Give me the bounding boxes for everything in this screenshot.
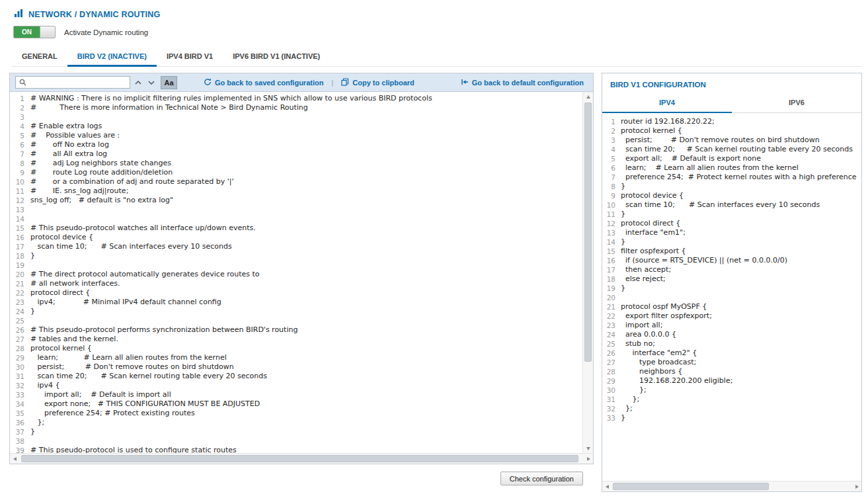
- line-number: 1: [10, 94, 30, 103]
- code-line: 4 scan time 20; # Scan kernel routing ta…: [602, 145, 861, 154]
- line-content: scan time 20; # Scan kernel routing tabl…: [30, 372, 267, 381]
- code-line: 28 protocol kernel {: [10, 344, 582, 353]
- editor-box: Aa Go back to saved configuration | Copy…: [9, 73, 594, 464]
- page-title: NETWORK / DYNAMIC ROUTING: [28, 10, 160, 19]
- code-line: 13 interface "em1";: [602, 228, 861, 237]
- copy-to-clipboard-label: Copy to clipboard: [352, 79, 414, 87]
- line-content: ipv4 {: [30, 381, 60, 390]
- line-content: else reject;: [621, 274, 666, 284]
- line-content: # There is more information in Technical…: [30, 103, 308, 112]
- bird-v2-panel: Aa Go back to saved configuration | Copy…: [9, 73, 594, 485]
- tab-bird-v2[interactable]: BIRD V2 (INACTIVE): [67, 47, 157, 67]
- copy-to-clipboard-link[interactable]: Copy to clipboard: [341, 78, 414, 87]
- search-input[interactable]: [29, 79, 126, 87]
- line-content: export all; # Default is export none: [621, 154, 761, 163]
- line-content: # all All extra log: [30, 149, 107, 159]
- line-number: 19: [602, 284, 621, 293]
- code-line: 29 192.168.220.200 eligible;: [602, 376, 861, 386]
- line-number: 9: [602, 191, 621, 200]
- horizontal-scrollbar[interactable]: [10, 453, 593, 464]
- line-number: 15: [10, 224, 30, 233]
- code-line: 35 preference 254; # Protect existing ro…: [10, 409, 582, 418]
- horizontal-scroll-thumb[interactable]: [21, 455, 578, 462]
- line-content: };: [621, 386, 647, 395]
- line-content: protocol device {: [621, 191, 684, 200]
- line-number: 24: [10, 307, 30, 316]
- scroll-left-arrow-icon[interactable]: [602, 481, 612, 491]
- line-number: 1: [602, 117, 621, 126]
- dynamic-routing-toggle[interactable]: ON: [13, 26, 56, 38]
- code-line: 25: [10, 316, 582, 325]
- go-back-default-link[interactable]: Go back to default configuration: [461, 78, 584, 87]
- line-number: 24: [602, 330, 621, 339]
- code-line: 24 }: [10, 307, 582, 316]
- line-content: # Enable extra logs: [30, 122, 102, 131]
- scroll-right-arrow-icon[interactable]: [584, 454, 593, 464]
- line-content: preference 254; # Protect kernel routes …: [621, 173, 857, 182]
- line-content: sns_log off; # default is "no extra log": [30, 196, 173, 205]
- tab-ipv6-bird-v1[interactable]: IPV6 BIRD V1 (INACTIVE): [223, 47, 330, 67]
- reset-default-icon: [461, 78, 469, 87]
- code-line: 9 # route Log route addition/deletion: [10, 168, 582, 177]
- bird-v2-code-editor[interactable]: 1 # WARNING : There is no implicit filte…: [10, 92, 582, 453]
- code-line: 27 type broadcast;: [602, 358, 861, 367]
- line-number: 17: [10, 242, 30, 251]
- line-number: 25: [602, 339, 621, 349]
- line-content: }: [30, 307, 35, 316]
- line-number: 10: [602, 200, 621, 210]
- toolbar-separator: |: [331, 79, 333, 87]
- code-line: 3: [10, 112, 582, 122]
- scroll-down-arrow-icon[interactable]: [583, 444, 593, 453]
- editor-footer: Check configuration: [9, 472, 594, 485]
- line-content: # tables and the kernel.: [30, 335, 118, 344]
- line-content: type broadcast;: [621, 358, 696, 367]
- code-line: 10 # or a combination of adj and route s…: [10, 177, 582, 187]
- line-number: 31: [602, 395, 621, 404]
- copy-icon: [341, 78, 349, 87]
- go-back-saved-link[interactable]: Go back to saved configuration: [204, 78, 323, 87]
- bird-v1-code-view[interactable]: 1 router id 192.168.220.22; 2 protocol k…: [602, 113, 861, 481]
- line-content: if (source = RTS_DEVICE) || (net = 0.0.0…: [621, 256, 787, 265]
- line-number: 31: [10, 372, 30, 381]
- case-sensitive-button[interactable]: Aa: [161, 76, 177, 89]
- line-number: 22: [10, 288, 30, 298]
- line-number: 35: [10, 409, 30, 418]
- line-number: 28: [10, 344, 30, 353]
- line-content: # route Log route addition/deletion: [30, 168, 173, 177]
- code-line: 10 scan time 10; # Scan interfaces every…: [602, 200, 861, 210]
- code-line: 34 export none; # THIS CONFIGURATION MUS…: [10, 399, 582, 409]
- bird-v1-horizontal-scrollbar[interactable]: [602, 481, 861, 491]
- tab-ipv4-bird-v1[interactable]: IPV4 BIRD V1: [157, 47, 223, 67]
- check-configuration-button[interactable]: Check configuration: [500, 472, 583, 485]
- tab-bar: GENERAL BIRD V2 (INACTIVE) IPV4 BIRD V1 …: [12, 47, 861, 67]
- line-number: 27: [10, 335, 30, 344]
- search-next-button[interactable]: [145, 76, 157, 89]
- code-line: 21 protocol ospf MyOSPF {: [602, 302, 861, 311]
- line-number: 18: [602, 274, 621, 284]
- scroll-right-arrow-icon[interactable]: [852, 481, 861, 491]
- line-number: 23: [602, 321, 621, 330]
- horizontal-scroll-thumb[interactable]: [613, 483, 769, 490]
- bird-v1-tab-bar: IPV4 IPV6: [602, 95, 861, 113]
- vertical-scrollbar[interactable]: [582, 92, 593, 453]
- tab-general[interactable]: GENERAL: [12, 47, 67, 67]
- tab-ipv6[interactable]: IPV6: [732, 95, 861, 113]
- line-content: ipv4; # Minimal IPv4 default channel con…: [30, 298, 221, 307]
- vertical-scroll-thumb[interactable]: [584, 103, 592, 362]
- line-content: };: [621, 395, 639, 404]
- scroll-left-arrow-icon[interactable]: [10, 454, 19, 464]
- scroll-up-arrow-icon[interactable]: [583, 92, 593, 101]
- line-number: 4: [602, 145, 621, 154]
- code-line: 17 then accept;: [602, 265, 861, 274]
- tab-ipv4[interactable]: IPV4: [602, 95, 732, 113]
- line-content: 192.168.220.200 eligible;: [621, 376, 732, 386]
- search-previous-button[interactable]: [132, 76, 143, 89]
- line-number: 23: [10, 298, 30, 307]
- line-number: 12: [602, 219, 621, 228]
- line-number: 33: [10, 390, 30, 399]
- code-line: 8 # adj Log neighbors state changes: [10, 159, 582, 168]
- code-line: 23 ipv4; # Minimal IPv4 default channel …: [10, 298, 582, 307]
- code-line: 2 protocol kernel {: [602, 126, 861, 136]
- line-content: protocol device {: [30, 233, 93, 242]
- code-line: 6 learn; # Learn all alien routes from t…: [602, 163, 861, 173]
